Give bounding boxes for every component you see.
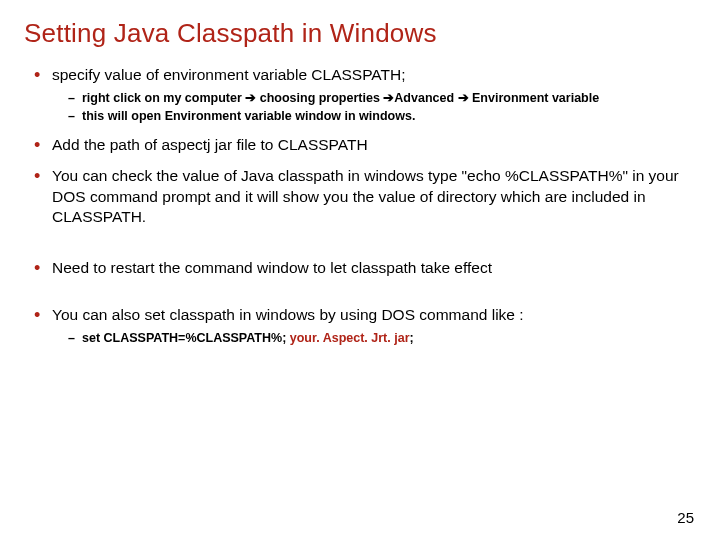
sub-item: this will open Environment variable wind… bbox=[68, 108, 686, 125]
highlighted-text: your. Aspect. Jrt. jar bbox=[290, 331, 410, 345]
sub-item: right click on my computer ➔ choosing pr… bbox=[68, 90, 686, 107]
bullet-text: Need to restart the command window to le… bbox=[52, 259, 492, 276]
bullet-item-4: Need to restart the command window to le… bbox=[34, 258, 686, 279]
arrow-icon: ➔ bbox=[458, 91, 469, 105]
bullet-item-2: Add the path of aspectj jar file to CLAS… bbox=[34, 135, 686, 156]
slide: Setting Java Classpath in Windows specif… bbox=[0, 0, 720, 540]
bullet-item-1: specify value of environment variable CL… bbox=[34, 65, 686, 125]
bullet-item-3: You can check the value of Java classpat… bbox=[34, 166, 686, 229]
bullet-text: specify value of environment variable CL… bbox=[52, 66, 406, 83]
arrow-icon: ➔ bbox=[245, 91, 256, 105]
text-part: Environment variable bbox=[469, 91, 600, 105]
text-part: ; bbox=[410, 331, 414, 345]
bullet-item-5: You can also set classpath in windows by… bbox=[34, 305, 686, 347]
sub-list-1: right click on my computer ➔ choosing pr… bbox=[52, 90, 686, 125]
text-part: Advanced bbox=[394, 91, 457, 105]
text-part: right click on my computer bbox=[82, 91, 245, 105]
bullet-list: specify value of environment variable CL… bbox=[34, 65, 686, 347]
sub-item: set CLASSPATH=%CLASSPATH%; your. Aspect.… bbox=[68, 330, 686, 347]
arrow-icon: ➔ bbox=[383, 91, 394, 105]
bullet-text: Add the path of aspectj jar file to CLAS… bbox=[52, 136, 368, 153]
text-part: set CLASSPATH=%CLASSPATH%; bbox=[82, 331, 290, 345]
text-part: choosing properties bbox=[256, 91, 383, 105]
bullet-text: You can check the value of Java classpat… bbox=[52, 167, 679, 226]
slide-title: Setting Java Classpath in Windows bbox=[24, 18, 686, 49]
sub-list-2: set CLASSPATH=%CLASSPATH%; your. Aspect.… bbox=[52, 330, 686, 347]
bullet-text: You can also set classpath in windows by… bbox=[52, 306, 524, 323]
page-number: 25 bbox=[677, 509, 694, 526]
